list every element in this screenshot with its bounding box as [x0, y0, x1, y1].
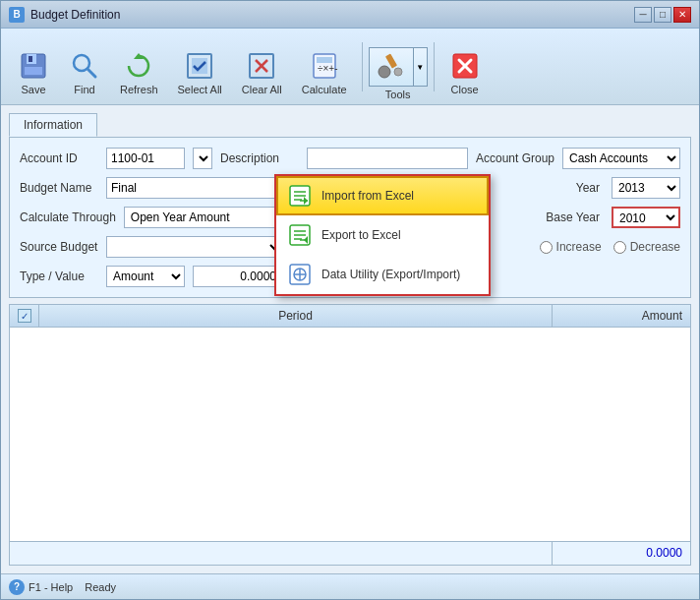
- help-label[interactable]: F1 - Help: [29, 581, 73, 593]
- find-icon: [69, 50, 100, 82]
- source-budget-label: Source Budget: [20, 240, 98, 254]
- tools-main-part[interactable]: [370, 48, 413, 86]
- close-label: Close: [451, 84, 479, 95]
- account-group-select[interactable]: Cash Accounts: [562, 148, 680, 169]
- account-id-input[interactable]: [106, 148, 185, 169]
- tools-split-button[interactable]: ▼: [369, 47, 428, 87]
- description-label: Description: [220, 151, 299, 165]
- svg-rect-2: [25, 67, 42, 75]
- find-button[interactable]: Find: [60, 45, 109, 100]
- calculate-label: Calculate: [302, 84, 347, 95]
- footer-total: 0.0000: [553, 542, 690, 565]
- select-all-icon: [184, 50, 215, 82]
- tools-label: Tools: [385, 89, 411, 100]
- refresh-label: Refresh: [120, 84, 158, 95]
- toolbar: Save Find Refresh: [1, 29, 699, 105]
- clear-all-label: Clear All: [242, 84, 282, 95]
- title-bar-left: B Budget Definition: [9, 7, 120, 23]
- table-body: [10, 328, 690, 541]
- clear-all-icon: [246, 50, 277, 82]
- footer-spacer: [10, 542, 553, 565]
- maximize-button[interactable]: □: [654, 7, 671, 23]
- year-select[interactable]: 2013: [612, 177, 680, 199]
- toolbar-separator-2: [434, 42, 435, 91]
- type-select[interactable]: Amount: [106, 266, 185, 287]
- increase-radio-label[interactable]: Increase: [540, 240, 602, 254]
- tools-dropdown-arrow[interactable]: ▼: [413, 48, 427, 86]
- table-footer: 0.0000: [10, 541, 690, 565]
- base-year-label: Base Year: [546, 210, 600, 224]
- find-label: Find: [74, 84, 94, 95]
- calculate-icon: ÷×+-: [309, 50, 340, 82]
- title-bar: B Budget Definition ─ □ ✕: [1, 1, 699, 29]
- table-check-header: [10, 305, 39, 327]
- import-excel-label: Import from Excel: [321, 189, 414, 203]
- status-bar: ? F1 - Help Ready: [1, 573, 699, 599]
- data-utility-menu-item[interactable]: Data Utility (Export/Import): [276, 255, 489, 294]
- budget-name-input[interactable]: [106, 177, 283, 199]
- svg-line-5: [88, 69, 95, 77]
- increase-radio[interactable]: [540, 241, 553, 254]
- help-icon: ?: [9, 579, 25, 595]
- budget-name-label: Budget Name: [20, 181, 98, 195]
- save-icon: [18, 50, 49, 82]
- window-title: Budget Definition: [30, 8, 120, 22]
- svg-text:÷×+-: ÷×+-: [318, 63, 338, 74]
- account-id-label: Account ID: [20, 151, 98, 165]
- calculate-button[interactable]: ÷×+- Calculate: [293, 45, 356, 100]
- main-window: B Budget Definition ─ □ ✕ Save: [0, 0, 700, 600]
- decrease-radio[interactable]: [613, 241, 626, 254]
- svg-point-17: [394, 68, 402, 76]
- refresh-icon: [123, 50, 154, 82]
- refresh-button[interactable]: Refresh: [111, 45, 167, 100]
- save-label: Save: [21, 84, 45, 95]
- toolbar-separator-1: [362, 42, 363, 91]
- data-utility-label: Data Utility (Export/Import): [321, 268, 460, 281]
- tools-dropdown-menu: Import from Excel Export to Excel: [274, 174, 491, 296]
- close-window-button[interactable]: ✕: [673, 7, 691, 23]
- description-input[interactable]: [307, 148, 468, 169]
- svg-rect-3: [29, 56, 32, 62]
- clear-all-button[interactable]: Clear All: [233, 45, 291, 100]
- svg-point-16: [379, 66, 390, 78]
- tab-bar: Information: [9, 113, 691, 137]
- ready-status: Ready: [85, 581, 116, 593]
- minimize-button[interactable]: ─: [634, 7, 652, 23]
- export-excel-icon: [288, 223, 312, 247]
- window-icon: B: [9, 7, 25, 23]
- main-content: Information Account ID ▼ Description Acc…: [1, 105, 699, 573]
- select-all-checkbox[interactable]: [18, 309, 31, 323]
- export-excel-label: Export to Excel: [321, 228, 401, 242]
- decrease-radio-label[interactable]: Decrease: [613, 240, 680, 254]
- account-group-label: Account Group: [476, 151, 554, 165]
- type-value-label: Type / Value: [20, 270, 98, 283]
- table-header: Period Amount: [10, 305, 690, 328]
- import-excel-icon: [288, 184, 312, 208]
- form-row-account: Account ID ▼ Description Account Group C…: [20, 148, 680, 169]
- data-utility-icon: [288, 263, 312, 286]
- title-controls: ─ □ ✕: [634, 7, 691, 23]
- tab-information[interactable]: Information: [9, 113, 97, 137]
- calculate-through-label: Calculate Through: [20, 210, 116, 224]
- import-excel-menu-item[interactable]: Import from Excel: [276, 176, 489, 215]
- year-label: Year: [576, 181, 600, 195]
- data-table: Period Amount 0.0000: [9, 304, 691, 566]
- export-excel-menu-item[interactable]: Export to Excel: [276, 215, 489, 255]
- select-all-label: Select All: [178, 84, 222, 95]
- select-all-button[interactable]: Select All: [169, 45, 231, 100]
- close-button[interactable]: Close: [440, 45, 490, 100]
- tools-split-container: ▼ Tools: [369, 47, 428, 100]
- amount-column-header: Amount: [553, 305, 690, 327]
- source-budget-select[interactable]: [106, 236, 283, 258]
- base-year-select[interactable]: 2010: [612, 207, 680, 228]
- type-number-input[interactable]: [193, 266, 281, 287]
- help-section: ? F1 - Help: [9, 579, 73, 595]
- increase-decrease-group: Increase Decrease: [540, 240, 680, 254]
- close-icon: [449, 50, 481, 82]
- period-column-header: Period: [39, 305, 553, 327]
- tools-icon: [376, 52, 407, 80]
- save-button[interactable]: Save: [9, 45, 58, 100]
- account-id-select[interactable]: ▼: [193, 148, 212, 169]
